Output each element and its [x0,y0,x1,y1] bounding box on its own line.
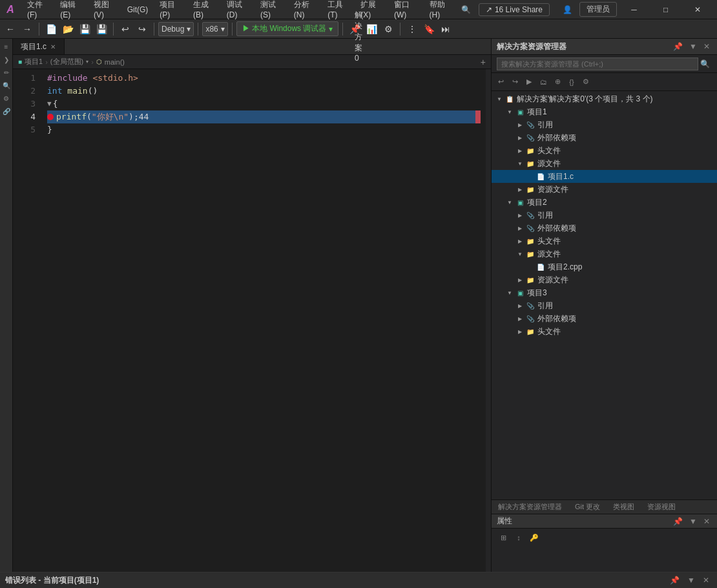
menu-item-文件(F)[interactable]: 文件(F) [22,0,54,21]
sidebar-icon-1[interactable]: ≡ [1,41,12,52]
solution-search-button[interactable]: 🔍 [698,59,712,69]
save-all-button[interactable]: 💾 [94,21,109,37]
live-share-button[interactable]: ↗ 16 Live Share [479,3,550,16]
tree-item-3[interactable]: ▶📎外部依赖项 [492,131,717,144]
tree-icon-18: 📁 [525,326,535,337]
tree-item-2[interactable]: ▶📎引用 [492,118,717,131]
close-button[interactable]: ✕ [683,0,712,19]
sidebar-icon-6[interactable]: 🔗 [1,106,12,116]
solution-tab-2[interactable]: 类视图 [607,501,641,513]
undo-button[interactable]: ↩ [118,21,133,37]
solution-tab-3[interactable]: 资源视图 [641,501,682,513]
tree-item-15[interactable]: ▼▣项目3 [492,286,717,299]
solution-close-button[interactable]: ✕ [701,41,712,52]
breadcrumb-project[interactable]: ■ 项目1 [18,57,43,67]
editor-content[interactable]: 1 2 3 4 5 #include <stdio.h> int main() … [13,69,491,572]
platform-dropdown[interactable]: x86 ▾ [202,22,227,36]
sol-toolbar-btn-7[interactable]: ⚙ [579,76,592,89]
breadcrumb-add-button[interactable]: + [481,57,486,67]
menu-item-生成(B)[interactable]: 生成(B) [188,0,220,21]
tree-item-4[interactable]: ▶📁头文件 [492,144,717,157]
breadcrumb-func[interactable]: ⬡ main() [96,58,125,66]
manage-button[interactable]: 管理员 [579,2,617,17]
solution-dock-button[interactable]: ▼ [687,41,699,52]
error-panel-dock[interactable]: ▼ [685,575,698,585]
solution-tab-0[interactable]: 解决方案资源管理器 [492,501,568,513]
tree-item-17[interactable]: ▶📎外部依赖项 [492,312,717,325]
prop-btn-sort[interactable]: ↕ [512,531,525,544]
prop-btn-grid[interactable]: ⊞ [497,531,510,544]
account-icon[interactable]: 👤 [557,0,577,19]
menu-item-工具(T)[interactable]: 工具(T) [322,0,354,21]
open-button[interactable]: 📂 [60,21,76,37]
solution-search: 🔍 [492,55,717,73]
forward-button[interactable]: → [19,21,35,37]
sol-toolbar-btn-4[interactable]: 🗂 [537,76,550,89]
sol-toolbar-btn-1[interactable]: ↩ [494,76,507,89]
breadcrumb-scope[interactable]: (全局范围) ▾ [50,57,88,67]
sidebar-icon-3[interactable]: ✏ [1,67,12,78]
menu-item-测试(S)[interactable]: 测试(S) [255,0,287,21]
tree-item-8[interactable]: ▼▣项目2 [492,196,717,209]
maximize-button[interactable]: □ [651,0,680,19]
debug-btn2[interactable]: ⚙ [380,21,396,37]
properties-close-button[interactable]: ✕ [701,516,712,527]
code-editor[interactable]: #include <stdio.h> int main() ▼ { printf… [42,69,486,572]
tree-label-10: 外部依赖项 [537,223,717,234]
tree-item-13[interactable]: 📄项目2.cpp [492,260,717,273]
tab-close-button[interactable]: ✕ [50,43,56,50]
tree-item-9[interactable]: ▶📎引用 [492,209,717,222]
tree-item-0[interactable]: ▼📋解决方案'解决方案0'(3 个项目，共 3 个) [492,92,717,105]
sol-toolbar-btn-3[interactable]: ▶ [523,76,535,89]
tree-item-16[interactable]: ▶📎引用 [492,299,717,312]
sol-toolbar-btn-5[interactable]: ⊕ [551,76,564,89]
tree-item-18[interactable]: ▶📁头文件 [492,325,717,338]
solution-search-input[interactable] [497,58,698,70]
search-button[interactable]: 🔍 [457,0,476,19]
tree-item-10[interactable]: ▶📎外部依赖项 [492,222,717,235]
menu-item-视图(V)[interactable]: 视图(V) [88,0,121,21]
tree-item-6[interactable]: 📄项目1.c [492,170,717,183]
tab-project1c[interactable]: 项目1.c ✕ [13,39,65,54]
menu-item-调试(D)[interactable]: 调试(D) [222,0,254,21]
prop-btn-key[interactable]: 🔑 [528,531,541,544]
redo-button[interactable]: ↪ [134,21,150,37]
minimap [486,69,491,572]
start-debug-button[interactable]: ▶ 本地 Windows 调试器 ▾ [236,21,339,36]
perf-button[interactable]: 📊 [364,21,379,37]
tree-item-5[interactable]: ▼📁源文件 [492,157,717,170]
fold-3[interactable]: ▼ [47,98,52,110]
minimize-button[interactable]: ─ [619,0,649,19]
solution-pin-button[interactable]: 📌 [671,41,685,52]
back-button[interactable]: ← [3,21,18,37]
format-button[interactable]: ⋮ [404,21,420,37]
menu-item-项目(P)[interactable]: 项目(P) [154,0,187,21]
breakpoint-button[interactable]: 🔖 [421,21,437,37]
sidebar-icon-2[interactable]: ❯ [1,54,12,65]
title-bar: A 文件(F)编辑(E)视图(V)Git(G)项目(P)生成(B)调试(D)测试… [0,0,717,19]
tree-item-11[interactable]: ▶📁头文件 [492,235,717,247]
menu-item-分析(N)[interactable]: 分析(N) [289,0,321,21]
new-file-button[interactable]: 📄 [43,21,59,37]
sidebar-icon-5[interactable]: ⚙ [1,93,12,103]
sol-toolbar-btn-2[interactable]: ↪ [508,76,521,89]
menu-item-编辑(E)[interactable]: 编辑(E) [55,0,87,21]
error-panel-pin[interactable]: 📌 [667,575,682,585]
properties-dock-button[interactable]: ▼ [687,516,699,527]
properties-pin-button[interactable]: 📌 [671,516,685,527]
menu-item-窗口(W)[interactable]: 窗口(W) [389,0,423,21]
step-button[interactable]: ⏭ [438,21,453,37]
tree-item-7[interactable]: ▶📁资源文件 [492,183,717,196]
editor-tabs: 项目1.c ✕ [13,39,491,55]
error-panel-close[interactable]: ✕ [700,575,712,585]
save-button[interactable]: 💾 [77,21,92,37]
solution-tab-1[interactable]: Git 更改 [568,501,607,513]
sol-toolbar-btn-6[interactable]: {} [565,76,578,89]
sidebar-icon-4[interactable]: 🔍 [1,80,12,90]
tree-item-14[interactable]: ▶📁资源文件 [492,273,717,286]
tree-item-12[interactable]: ▼📁源文件 [492,247,717,260]
menu-item-帮助(H)[interactable]: 帮助(H) [424,0,457,21]
tree-item-1[interactable]: ▼▣项目1 [492,105,717,118]
config-dropdown[interactable]: Debug ▾ [158,22,194,36]
menu-item-Git(G)[interactable]: Git(G) [122,4,154,16]
